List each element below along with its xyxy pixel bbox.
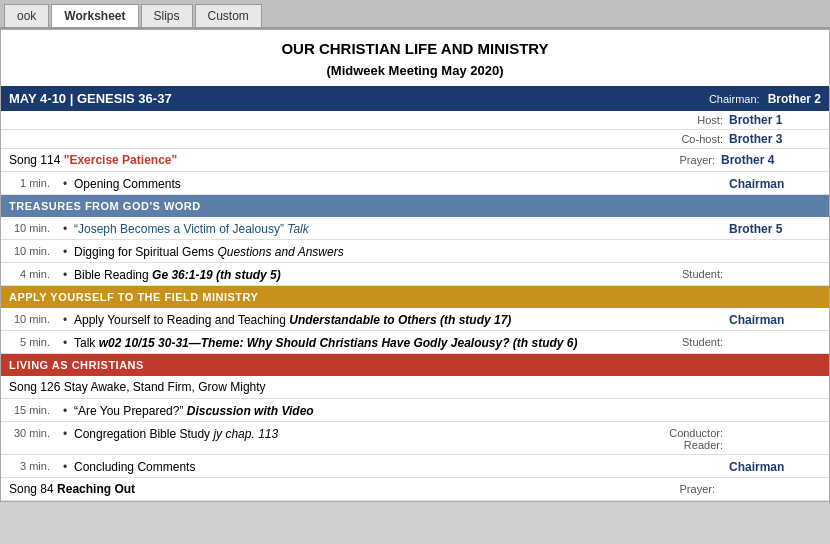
fi2-bi: w02 10/15 30-31—Theme: Why Should Christ…	[99, 336, 578, 350]
treasures-row-2: 10 min. • Digging for Spiritual Gems Que…	[1, 240, 829, 263]
section-christians-header: LIVING AS CHRISTIANS	[1, 354, 829, 376]
tr3-name	[729, 266, 829, 268]
opening-text: Opening Comments	[74, 175, 599, 191]
fi1-bullet: •	[56, 311, 74, 327]
ch3-name: Chairman	[729, 458, 829, 474]
chairman-area: Chairman: Brother 2	[709, 92, 821, 106]
ch2-content: Congregation Bible Study jy chap. 113	[74, 425, 599, 441]
fi1-name: Chairman	[729, 311, 829, 327]
fi2-student-label: Student:	[599, 334, 729, 348]
christians-song-row: Song 126 Stay Awake, Stand Firm, Grow Mi…	[1, 376, 829, 399]
tab-bar: ook Worksheet Slips Custom	[0, 0, 830, 29]
host-label: Host:	[609, 114, 729, 126]
tr2-min: 10 min.	[1, 243, 56, 257]
opening-comments-row: 1 min. • Opening Comments Chairman	[1, 172, 829, 195]
main-content: OUR CHRISTIAN LIFE AND MINISTRY (Midweek…	[0, 29, 830, 502]
ch2-min: 30 min.	[1, 425, 56, 439]
prayer-label: Prayer:	[680, 154, 721, 166]
tr1-normal: “Joseph Becomes a Victim of Jealousy”	[74, 222, 287, 236]
ch2-italic: jy chap. 113	[213, 427, 278, 441]
ch2-normal: Congregation Bible Study	[74, 427, 213, 441]
tr1-min: 10 min.	[1, 220, 56, 234]
fi2-bullet: •	[56, 334, 74, 350]
cohost-name: Brother 3	[729, 132, 829, 146]
bottom-song-row: Song 84 Reaching Out Prayer:	[1, 478, 829, 501]
field-row-1: 10 min. • Apply Yourself to Reading and …	[1, 308, 829, 331]
song-prayer-row: Song 114 "Exercise Patience" Prayer: Bro…	[1, 149, 829, 172]
tr3-bi: Ge 36:1-19 (th study 5)	[152, 268, 281, 282]
tr2-bullet: •	[56, 243, 74, 259]
ch2-bullet: •	[56, 425, 74, 441]
treasures-row-3: 4 min. • Bible Reading Ge 36:1-19 (th st…	[1, 263, 829, 286]
ch1-content: “Are You Prepared?” Discussion with Vide…	[74, 402, 599, 418]
bottom-prayer-label: Prayer:	[641, 483, 721, 495]
fi2-normal: Talk	[74, 336, 99, 350]
ch1-normal: “Are You Prepared?”	[74, 404, 187, 418]
fi2-min: 5 min.	[1, 334, 56, 348]
tr2-italic: Questions and Answers	[217, 245, 343, 259]
song-text: Song 114 "Exercise Patience"	[9, 153, 680, 167]
fi1-normal: Apply Yourself to Reading and Teaching	[74, 313, 289, 327]
song-title: "Exercise Patience"	[64, 153, 177, 167]
conductor-reader-labels: Conductor: Reader:	[599, 425, 729, 451]
tr2-content: Digging for Spiritual Gems Questions and…	[74, 243, 599, 259]
song-number: Song 114	[9, 153, 64, 167]
ch2-name	[729, 425, 829, 427]
ch1-name	[729, 402, 829, 404]
tab-worksheet[interactable]: Worksheet	[51, 4, 138, 27]
page-title: OUR CHRISTIAN LIFE AND MINISTRY	[1, 30, 829, 63]
christians-row-3: 3 min. • Concluding Comments Chairman	[1, 455, 829, 478]
tr1-italic: Talk	[287, 222, 309, 236]
tab-ook[interactable]: ook	[4, 4, 49, 27]
fi1-bi: Understandable to Others (th study 17)	[289, 313, 511, 327]
section-field-header: APPLY YOURSELF TO THE FIELD MINISTRY	[1, 286, 829, 308]
tr2-name	[729, 243, 829, 245]
christians-row-2: 30 min. • Congregation Bible Study jy ch…	[1, 422, 829, 455]
ch1-right	[599, 402, 729, 404]
christians-song-text: Song 126 Stay Awake, Stand Firm, Grow Mi…	[9, 380, 266, 394]
host-row: Host: Brother 1	[1, 111, 829, 130]
cohost-row: Co-host: Brother 3	[1, 130, 829, 149]
fi1-min: 10 min.	[1, 311, 56, 325]
ch3-min: 3 min.	[1, 458, 56, 472]
opening-name: Chairman	[729, 175, 829, 191]
ch3-bullet: •	[56, 458, 74, 474]
tr3-content: Bible Reading Ge 36:1-19 (th study 5)	[74, 266, 599, 282]
tab-custom[interactable]: Custom	[195, 4, 262, 27]
host-name: Brother 1	[729, 113, 829, 127]
chairman-name: Brother 2	[768, 92, 821, 106]
fi2-name	[729, 334, 829, 336]
week-dates: MAY 4-10 | GENESIS 36-37	[9, 91, 172, 106]
fi1-right	[599, 311, 729, 313]
tr1-content: “Joseph Becomes a Victim of Jealousy” Ta…	[74, 220, 599, 236]
opening-min: 1 min.	[1, 175, 56, 189]
tr2-right	[599, 243, 729, 245]
tr3-bullet: •	[56, 266, 74, 282]
bottom-song-title: Reaching Out	[57, 482, 135, 496]
tr1-bullet: •	[56, 220, 74, 236]
tr3-normal: Bible Reading	[74, 268, 152, 282]
bottom-song-content: Song 84 Reaching Out	[9, 482, 641, 496]
chairman-label: Chairman:	[709, 93, 760, 105]
reader-label: Reader:	[599, 439, 723, 451]
bottom-song-number: Song 84	[9, 482, 57, 496]
ch3-right	[599, 458, 729, 460]
field-row-2: 5 min. • Talk w02 10/15 30-31—Theme: Why…	[1, 331, 829, 354]
fi1-content: Apply Yourself to Reading and Teaching U…	[74, 311, 599, 327]
prayer-name: Brother 4	[721, 153, 821, 167]
cohost-label: Co-host:	[609, 133, 729, 145]
conductor-label: Conductor:	[599, 427, 723, 439]
tr2-normal: Digging for Spiritual Gems	[74, 245, 217, 259]
christians-row-1: 15 min. • “Are You Prepared?” Discussion…	[1, 399, 829, 422]
tab-slips[interactable]: Slips	[141, 4, 193, 27]
ch1-bullet: •	[56, 402, 74, 418]
fi2-content: Talk w02 10/15 30-31—Theme: Why Should C…	[74, 334, 599, 350]
section-treasures-header: TREASURES FROM GOD'S WORD	[1, 195, 829, 217]
tr3-min: 4 min.	[1, 266, 56, 280]
tr1-right	[599, 220, 729, 222]
ch1-italic: Discussion with Video	[187, 404, 314, 418]
treasures-row-1: 10 min. • “Joseph Becomes a Victim of Je…	[1, 217, 829, 240]
ch3-content: Concluding Comments	[74, 458, 599, 474]
week-header: MAY 4-10 | GENESIS 36-37 Chairman: Broth…	[1, 86, 829, 111]
opening-bullet: •	[56, 175, 74, 191]
